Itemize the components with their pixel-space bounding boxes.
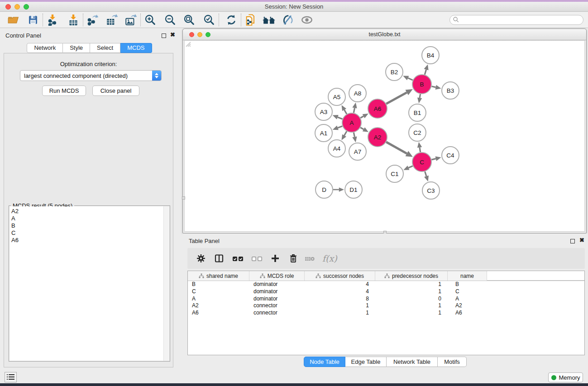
delete-table-icon[interactable]	[304, 252, 316, 265]
hide-graphics-details-icon[interactable]	[281, 13, 295, 27]
edge-C-C3[interactable]	[425, 172, 426, 176]
node-B3[interactable]: B3	[442, 82, 459, 99]
deselect-all-rows-icon[interactable]	[251, 252, 263, 265]
search-input[interactable]	[459, 17, 583, 23]
table-row[interactable]: Cdominator41C	[188, 288, 584, 295]
zoom-selected-icon[interactable]	[202, 13, 216, 27]
edge-A-A5[interactable]	[344, 110, 347, 114]
zoom-in-icon[interactable]	[143, 13, 157, 27]
node-A2[interactable]: A2	[368, 128, 387, 147]
search-field[interactable]	[449, 15, 583, 25]
criterion-dropdown[interactable]: largest connected component (directed)	[20, 70, 162, 81]
tab-network-table[interactable]: Network Table	[387, 357, 438, 367]
table-row[interactable]: Bdominator41B	[188, 281, 584, 288]
node-A8[interactable]: A8	[349, 85, 366, 102]
eye-icon[interactable]	[300, 13, 314, 27]
edge-B-B2[interactable]	[408, 78, 413, 80]
tab-network[interactable]: Network	[27, 43, 63, 53]
result-item[interactable]: A	[11, 215, 169, 222]
column-header-shared-name[interactable]: shared name	[188, 271, 249, 281]
node-A7[interactable]: A7	[349, 143, 366, 160]
edge-A-A1[interactable]	[338, 126, 342, 128]
column-header-successor-nodes[interactable]: successor nodes	[305, 271, 375, 281]
node-B1[interactable]: B1	[409, 104, 426, 121]
close-table-panel-icon[interactable]: ✖	[579, 237, 584, 243]
refresh-layout-icon[interactable]	[225, 13, 238, 27]
edge-A-A4[interactable]	[344, 131, 347, 135]
frame-anchor-left[interactable]	[182, 196, 185, 200]
result-item[interactable]: C	[11, 229, 169, 237]
zoom-out-icon[interactable]	[163, 13, 177, 27]
delete-column-icon[interactable]	[288, 252, 299, 265]
export-network-icon[interactable]	[86, 13, 100, 27]
tab-motifs[interactable]: Motifs	[438, 357, 467, 367]
network-canvas[interactable]: B4B2BB3B1A5A8A6A3AA1A2C2A4A7C4CC1C3DD1	[184, 40, 585, 232]
node-B[interactable]: B	[412, 75, 431, 94]
tab-edge-table[interactable]: Edge Table	[345, 357, 387, 367]
tab-style[interactable]: Style	[63, 43, 90, 53]
node-C4[interactable]: C4	[442, 147, 459, 164]
node-C2[interactable]: C2	[409, 124, 426, 141]
float-table-panel-icon[interactable]	[570, 239, 575, 243]
resize-grip-icon[interactable]	[185, 41, 191, 47]
network-window-titlebar[interactable]: testGlobe.txt	[183, 29, 586, 40]
column-visibility-icon[interactable]	[214, 252, 225, 265]
tab-node-table[interactable]: Node Table	[304, 357, 345, 367]
export-image-icon[interactable]	[124, 13, 138, 27]
import-table-icon[interactable]	[67, 13, 80, 27]
column-header-MCDS-role[interactable]: MCDS role	[249, 271, 305, 281]
edge-C-C2[interactable]	[420, 148, 421, 152]
network-from-selection-icon[interactable]	[244, 13, 258, 27]
import-network-icon[interactable]	[46, 13, 59, 27]
edge-A-A6[interactable]	[360, 116, 363, 118]
node-C3[interactable]: C3	[422, 182, 440, 199]
node-A6[interactable]: A6	[368, 99, 387, 118]
zoom-fit-icon[interactable]	[182, 13, 196, 27]
add-column-icon[interactable]	[270, 252, 281, 265]
node-C[interactable]: C	[412, 152, 431, 172]
result-item[interactable]: A2	[11, 208, 169, 215]
task-history-button[interactable]	[5, 372, 17, 382]
save-session-icon[interactable]	[26, 13, 40, 27]
node-B4[interactable]: B4	[422, 47, 439, 64]
node-A5[interactable]: A5	[328, 88, 345, 105]
edge-A-A7[interactable]	[354, 133, 354, 137]
edge-B-B3[interactable]	[431, 86, 435, 87]
edge-A-A2[interactable]	[360, 128, 363, 129]
edge-A-A3[interactable]	[338, 117, 343, 119]
result-item[interactable]: B	[11, 222, 169, 229]
node-A3[interactable]: A3	[315, 103, 332, 120]
result-scrollbar[interactable]	[163, 206, 169, 361]
close-panel-button[interactable]: Close panel	[92, 86, 139, 96]
node-D1[interactable]: D1	[345, 181, 362, 198]
home-icon[interactable]	[262, 13, 276, 27]
node-D[interactable]: D	[316, 181, 333, 198]
select-all-rows-icon[interactable]	[232, 252, 244, 265]
node-A1[interactable]: A1	[315, 124, 332, 142]
node-C1[interactable]: C1	[386, 165, 403, 182]
open-session-icon[interactable]	[6, 13, 20, 27]
column-header-name[interactable]: name	[448, 271, 487, 281]
edge-C-C4[interactable]	[431, 159, 435, 160]
export-table-icon[interactable]	[105, 13, 119, 27]
edge-A-A8[interactable]	[354, 108, 354, 113]
edge-A6-B[interactable]	[386, 92, 406, 104]
float-panel-icon[interactable]	[162, 33, 166, 38]
edge-C-C1[interactable]	[408, 166, 412, 168]
edge-B-B1[interactable]	[420, 94, 420, 98]
node-B2[interactable]: B2	[386, 63, 403, 81]
edge-A2-C[interactable]	[386, 142, 407, 154]
table-row[interactable]: A2connector11A2	[188, 302, 584, 310]
run-mcds-button[interactable]: Run MCDS	[42, 86, 86, 96]
column-header-predecessor-nodes[interactable]: predecessor nodes	[375, 271, 448, 281]
function-builder-icon[interactable]: f(x)	[322, 252, 337, 265]
node-A4[interactable]: A4	[328, 140, 345, 157]
node-A[interactable]: A	[342, 113, 361, 132]
table-options-gear-icon[interactable]	[196, 252, 206, 265]
close-panel-icon[interactable]: ✖	[170, 31, 175, 38]
tab-select[interactable]: Select	[90, 43, 120, 53]
edge-B-B4[interactable]	[425, 70, 426, 75]
result-item[interactable]: A6	[11, 237, 169, 244]
table-row[interactable]: A6connector11A6	[188, 310, 584, 317]
table-row[interactable]: Adominator80A	[188, 295, 584, 303]
